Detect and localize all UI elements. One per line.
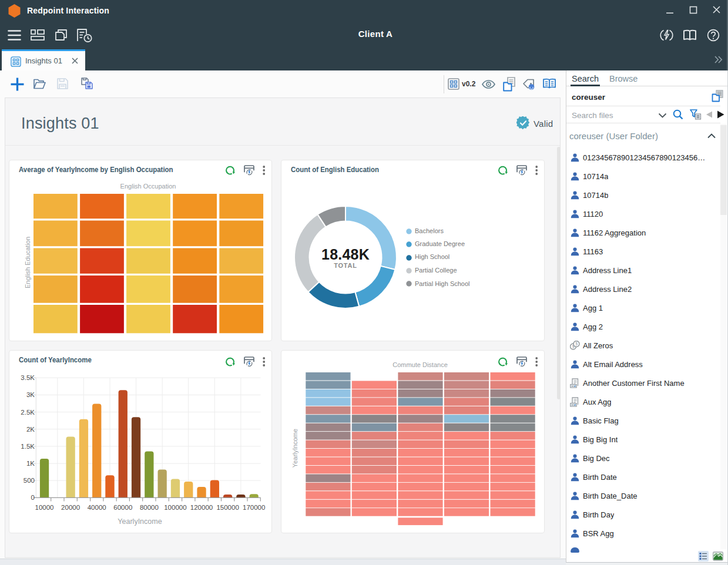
svg-text:$: $ bbox=[575, 341, 578, 347]
svg-text:2K: 2K bbox=[26, 426, 35, 433]
svg-text:60000: 60000 bbox=[113, 504, 132, 511]
svg-text:10000: 10000 bbox=[35, 504, 54, 511]
svg-text:80000: 80000 bbox=[140, 504, 159, 511]
svg-text:0: 0 bbox=[31, 494, 35, 501]
svg-text:1K: 1K bbox=[26, 460, 35, 467]
svg-text:170000: 170000 bbox=[243, 504, 265, 511]
svg-text:20000: 20000 bbox=[61, 504, 80, 511]
svg-text:3K: 3K bbox=[26, 391, 35, 398]
svg-text:100000: 100000 bbox=[164, 504, 186, 511]
svg-text:120000: 120000 bbox=[190, 504, 213, 511]
svg-text:150000: 150000 bbox=[216, 504, 239, 511]
svg-text:3.5K: 3.5K bbox=[21, 374, 35, 381]
svg-text:YearlyIncome: YearlyIncome bbox=[118, 517, 162, 526]
svg-text:1.5K: 1.5K bbox=[21, 443, 35, 450]
svg-text:2.5K: 2.5K bbox=[21, 409, 35, 416]
svg-text:40000: 40000 bbox=[88, 504, 106, 511]
svg-text:500: 500 bbox=[24, 477, 35, 484]
